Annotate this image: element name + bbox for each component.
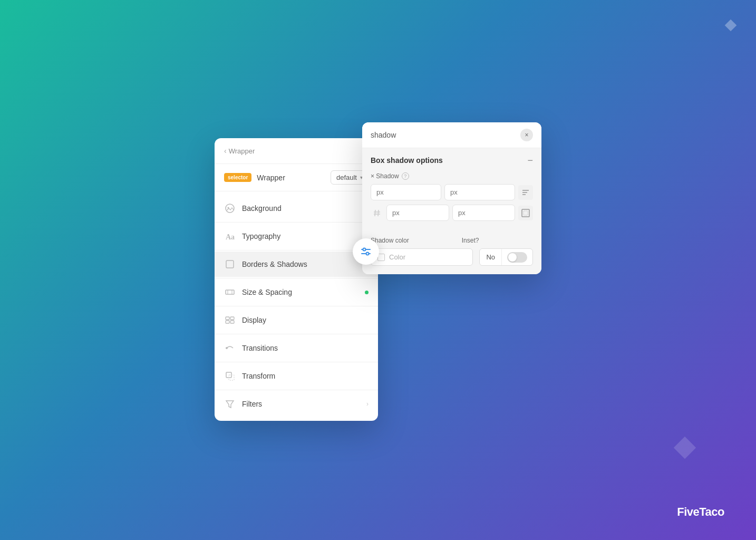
close-button[interactable]: × [520,129,533,141]
svg-rect-26 [522,209,529,217]
y-offset-input[interactable] [445,185,515,200]
menu-item-transitions[interactable]: Transitions [215,335,378,361]
svg-point-18 [366,253,369,255]
search-input[interactable] [371,131,516,139]
diamond-decoration-bottom [674,437,696,459]
svg-rect-10 [230,321,234,323]
transitions-icon [224,342,236,354]
main-panel: ‹ Wrapper selector Wrapper default ▾ [215,138,378,421]
bottom-controls: Color No [371,248,533,266]
spread-input[interactable] [453,205,515,220]
brand-logo: FiveTaco [677,505,724,519]
separator [215,334,378,334]
back-arrow-icon: ‹ [224,147,227,155]
svg-point-11 [226,347,228,349]
blur-input[interactable] [387,205,449,220]
active-dot-size [365,291,369,294]
menu-label-display: Display [242,316,369,324]
svg-marker-14 [226,401,234,408]
svg-text:Aa: Aa [226,233,235,241]
background-icon [224,202,236,214]
menu-item-size-spacing[interactable]: Size & Spacing [215,279,378,305]
menu-label-typography: Typography [242,232,369,240]
menu-item-transform[interactable]: Transform [215,363,378,389]
element-name: Wrapper [257,173,325,182]
back-label: Wrapper [229,147,255,155]
chevron-right-icon: › [366,400,369,408]
second-input-row [371,205,533,221]
menu-item-filters[interactable]: Filters › [215,391,378,417]
svg-rect-27 [524,211,528,215]
ui-scene: ‹ Wrapper selector Wrapper default ▾ [215,122,541,418]
menu-item-background[interactable]: Background [215,196,378,221]
brand-five: Five [677,505,699,518]
shadow-panel: × Box shadow options − × Shadow ? [362,122,541,274]
menu-label-transitions: Transitions [242,344,369,352]
collapse-button[interactable]: − [527,156,533,165]
transform-icon [224,370,236,382]
spread-input-group [452,205,515,221]
inset-control: No [479,248,533,266]
inset-label: Inset? [462,237,479,244]
svg-rect-8 [230,317,234,320]
panel-header: ‹ Wrapper [215,138,378,164]
size-spacing-icon [224,286,236,298]
svg-rect-3 [226,261,234,268]
back-button[interactable]: ‹ Wrapper [224,147,255,155]
shadow-bottom-section: Shadow color Inset? Color No [362,234,541,274]
blur-input-group [386,205,449,221]
selector-row: selector Wrapper default ▾ [215,164,378,191]
close-icon: × [525,131,528,139]
separator [215,306,378,306]
inset-toggle[interactable] [507,252,527,263]
color-picker-button[interactable]: Color [371,248,473,266]
shadow-label-text: × Shadow [371,172,399,180]
align-icon[interactable] [518,185,533,200]
filter-fab-button[interactable] [353,238,379,265]
x-offset-input-group [371,184,441,200]
separator [215,362,378,362]
bottom-labels: Shadow color Inset? [371,237,533,244]
help-icon[interactable]: ? [402,172,409,180]
svg-rect-7 [226,317,229,320]
inset-value: No [480,249,502,265]
separator [215,390,378,390]
menu-item-typography[interactable]: Aa Typography [215,224,378,249]
spread-icon[interactable] [518,206,533,220]
typography-icon: Aa [224,230,236,242]
selector-badge: selector [224,173,251,182]
menu-list: Background Aa Typography [215,191,378,421]
first-input-row [371,184,533,200]
section-header: Box shadow options − [362,148,541,170]
state-label: default [336,173,357,181]
hash-icon [371,207,383,219]
menu-item-display[interactable]: Display [215,307,378,333]
shadow-content: × Shadow ? [362,170,541,234]
shadow-label-row: × Shadow ? [371,172,533,180]
menu-label-borders: Borders & Shadows [242,260,369,268]
borders-icon [224,258,236,270]
search-bar: × [362,122,541,148]
separator [215,278,378,278]
x-offset-input[interactable] [371,185,441,200]
diamond-decoration-top [725,20,737,32]
sliders-icon [360,246,372,257]
svg-point-17 [363,248,366,251]
svg-point-0 [226,204,234,213]
menu-label-background: Background [242,204,356,213]
svg-line-23 [378,210,379,216]
svg-rect-9 [226,321,229,323]
y-offset-input-group [444,184,515,200]
menu-label-filters: Filters [242,400,360,408]
menu-label-transform: Transform [242,372,369,380]
filters-icon [224,398,236,410]
brand-taco: Taco [699,505,724,518]
menu-label-size: Size & Spacing [242,288,356,296]
toggle-thumb [508,253,517,262]
svg-line-22 [375,210,375,216]
separator [215,222,378,223]
display-icon [224,314,236,326]
color-placeholder: Color [389,253,405,261]
svg-rect-4 [226,290,234,294]
section-title: Box shadow options [371,156,443,165]
